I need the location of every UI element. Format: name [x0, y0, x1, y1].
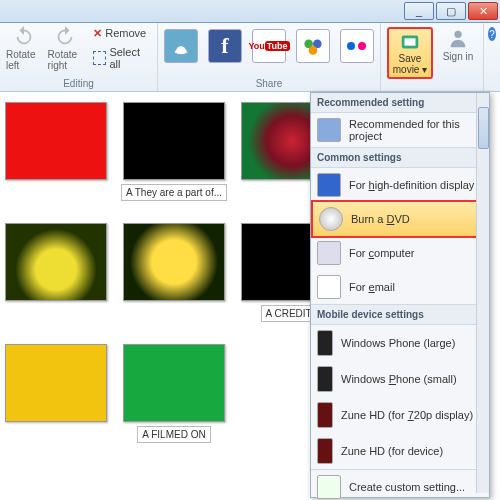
- clip-thumbnail: [123, 223, 225, 301]
- rotate-left-label: Rotate left: [6, 49, 42, 71]
- dvd-icon: [319, 207, 343, 231]
- clip-item[interactable]: [6, 102, 106, 201]
- flickr-share-button[interactable]: [340, 29, 374, 63]
- rotate-left-icon: [13, 25, 35, 47]
- svg-point-2: [309, 46, 318, 55]
- share-group-label: Share: [256, 78, 283, 89]
- computer-icon: [317, 241, 341, 265]
- rotate-left-button[interactable]: Rotate left: [6, 25, 42, 71]
- clip-item[interactable]: A They are a part of...: [124, 102, 224, 201]
- clip-item[interactable]: A FILMED ON: [124, 344, 224, 443]
- minimize-button[interactable]: _: [404, 2, 434, 20]
- editing-group-label: Editing: [63, 78, 94, 89]
- help-button[interactable]: ?: [488, 27, 496, 41]
- msn-share-button[interactable]: [296, 29, 330, 63]
- save-movie-button[interactable]: Save movie ▾: [387, 27, 433, 79]
- sign-in-icon: [447, 27, 469, 49]
- hd-icon: [317, 173, 341, 197]
- sign-in-label: Sign in: [443, 51, 474, 62]
- menu-recommended-label: Recommended for this project: [349, 118, 483, 142]
- menu-email[interactable]: For email: [311, 270, 489, 304]
- menu-burn-dvd[interactable]: Burn a DVD: [311, 200, 489, 238]
- menu-header-mobile: Mobile device settings: [311, 304, 489, 325]
- save-movie-label: Save movie ▾: [391, 53, 429, 75]
- clip-item[interactable]: [124, 223, 224, 322]
- menu-wp-large-label: Windows Phone (large): [341, 337, 455, 349]
- menu-custom-label: Create custom setting...: [349, 481, 465, 493]
- clip-thumbnail: [5, 102, 107, 180]
- clip-item[interactable]: [6, 223, 106, 322]
- clip-thumbnail: [5, 344, 107, 422]
- rotate-right-icon: [54, 25, 76, 47]
- clip-item[interactable]: [6, 344, 106, 443]
- menu-wp-small[interactable]: Windows Phone (small): [311, 361, 489, 397]
- share-group: fYouTube: [164, 29, 374, 63]
- save-movie-menu: Recommended setting Recommended for this…: [310, 92, 490, 498]
- clip-thumbnail: [123, 102, 225, 180]
- phone-icon: [317, 330, 333, 356]
- phone-icon: [317, 366, 333, 392]
- maximize-button[interactable]: ▢: [436, 2, 466, 20]
- select-all-button[interactable]: Select all: [93, 46, 151, 70]
- menu-email-label: For email: [349, 281, 395, 293]
- menu-header-common: Common settings: [311, 147, 489, 168]
- window-titlebar: _ ▢ ✕: [0, 0, 500, 23]
- close-button[interactable]: ✕: [468, 2, 498, 20]
- remove-icon: ✕: [93, 27, 102, 40]
- menu-header-recommended: Recommended setting: [311, 93, 489, 113]
- svg-point-5: [454, 31, 461, 38]
- rotate-right-button[interactable]: Rotate right: [48, 25, 84, 71]
- clip-thumbnail: [123, 344, 225, 422]
- svg-rect-4: [404, 38, 415, 45]
- stage: A They are a part of...A CREDITSA DIRECT…: [0, 92, 500, 500]
- close-icon: ✕: [479, 5, 488, 18]
- menu-computer[interactable]: For computer: [311, 236, 489, 270]
- menu-zune-720[interactable]: Zune HD (for 720p display): [311, 397, 489, 433]
- save-movie-icon: [399, 31, 421, 53]
- menu-hd-label: For high-definition display: [349, 179, 474, 191]
- menu-wp-small-label: Windows Phone (small): [341, 373, 457, 385]
- menu-zune-720-label: Zune HD (for 720p display): [341, 409, 473, 421]
- sign-in-button[interactable]: Sign in: [439, 27, 477, 62]
- menu-scrollbar[interactable]: [476, 93, 489, 493]
- zune-icon: [317, 438, 333, 464]
- email-icon: [317, 275, 341, 299]
- reel-icon: [317, 118, 341, 142]
- facebook-share-button[interactable]: f: [208, 29, 242, 63]
- clip-caption: A FILMED ON: [137, 426, 210, 443]
- menu-dvd-label: Burn a DVD: [351, 213, 410, 225]
- clip-caption: A They are a part of...: [121, 184, 227, 201]
- menu-computer-label: For computer: [349, 247, 414, 259]
- clip-thumbnail: [5, 223, 107, 301]
- maximize-icon: ▢: [446, 5, 456, 18]
- zune-icon: [317, 402, 333, 428]
- menu-zune-device[interactable]: Zune HD (for device): [311, 433, 489, 469]
- select-all-label: Select all: [109, 46, 151, 70]
- ribbon: Rotate left Rotate right ✕Remove Select …: [0, 23, 500, 92]
- menu-hd[interactable]: For high-definition display: [311, 168, 489, 202]
- remove-label: Remove: [105, 27, 146, 39]
- menu-wp-large[interactable]: Windows Phone (large): [311, 325, 489, 361]
- youtube-share-button[interactable]: YouTube: [252, 29, 286, 63]
- custom-icon: [317, 475, 341, 499]
- remove-button[interactable]: ✕Remove: [93, 27, 151, 40]
- menu-custom[interactable]: Create custom setting...: [311, 469, 489, 500]
- minimize-icon: _: [416, 5, 422, 17]
- menu-zune-device-label: Zune HD (for device): [341, 445, 443, 457]
- select-all-icon: [93, 51, 106, 65]
- skydrive-share-button[interactable]: [164, 29, 198, 63]
- rotate-right-label: Rotate right: [48, 49, 84, 71]
- menu-recommended[interactable]: Recommended for this project: [311, 113, 489, 147]
- scroll-thumb[interactable]: [478, 107, 489, 149]
